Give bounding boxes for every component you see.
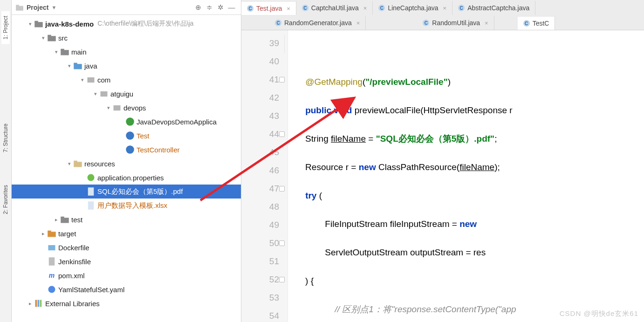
class-icon [125, 117, 135, 126]
tree-label: main [71, 48, 87, 56]
tree-label: pom.xml [58, 272, 85, 280]
file-icon [86, 201, 96, 210]
svg-rect-20 [88, 201, 94, 210]
line-number: 50 [241, 234, 279, 252]
tree-docker[interactable]: Dockerfile [12, 240, 241, 254]
folder-icon [34, 19, 43, 28]
svg-rect-16 [74, 162, 82, 167]
close-icon[interactable]: × [443, 5, 447, 12]
hide-icon[interactable]: — [226, 2, 237, 13]
tab-randomutil[interactable]: CRandomUtil.java× [417, 16, 494, 30]
package-icon [99, 89, 109, 98]
chevron-down-icon[interactable]: ▼ [51, 5, 56, 10]
svg-rect-17 [74, 161, 77, 163]
svg-rect-3 [34, 21, 38, 23]
class-icon: C [247, 5, 253, 12]
tree-main[interactable]: ▾main [12, 45, 241, 59]
tree-devops[interactable]: ▾devops [12, 101, 241, 115]
expand-icon[interactable]: ≑ [204, 2, 215, 13]
svg-point-13 [126, 117, 134, 126]
side-tab-structure[interactable]: 7: Structure [1, 119, 10, 157]
svg-rect-30 [40, 300, 42, 307]
svg-rect-9 [74, 63, 77, 65]
tree-external[interactable]: ▸External Libraries [12, 296, 241, 310]
side-tab-favorites[interactable]: 2: Favorites [1, 180, 10, 219]
tab-label: TestC [533, 20, 549, 27]
tree-label: JavaDevopsDemoApplica [137, 118, 217, 126]
tab-abstractcaptcha[interactable]: CAbstractCaptcha.java [452, 1, 535, 15]
close-icon[interactable]: × [287, 5, 290, 12]
tree-src[interactable]: ▾src [12, 31, 241, 45]
side-tab-project[interactable]: 1: Project [1, 11, 10, 44]
project-icon [15, 3, 24, 12]
tab-test[interactable]: CTest.java× [241, 1, 296, 15]
svg-rect-5 [48, 35, 51, 37]
tree-resources[interactable]: ▾resources [12, 157, 241, 171]
line-number: 44 [241, 125, 279, 143]
tree-label: test [71, 216, 82, 224]
line-number: 39 [241, 34, 279, 52]
tree-root[interactable]: ▾java-k8s-demoC:\otherfile\编程\后端开发\作品\ja [12, 17, 241, 31]
maven-icon: m [47, 271, 56, 280]
tree-com[interactable]: ▾com [12, 73, 241, 87]
code-editor[interactable]: @GetMapping("/previewLocalFile") public … [288, 30, 644, 322]
line-number: 43 [241, 107, 279, 125]
tree-yaml[interactable]: YamlStatefulSet.yaml [12, 282, 241, 296]
project-header: Project ▼ ⊕ ≑ ✲ — [12, 0, 241, 15]
line-number: 52 [241, 270, 279, 288]
resources-icon [73, 159, 82, 168]
tree-appprops[interactable]: application.properties [12, 171, 241, 185]
project-tree[interactable]: ▾java-k8s-demoC:\otherfile\编程\后端开发\作品\ja… [12, 15, 241, 322]
close-icon[interactable]: × [363, 5, 367, 12]
close-icon[interactable]: × [356, 20, 360, 27]
class-icon: C [458, 5, 465, 11]
svg-rect-6 [61, 50, 69, 55]
tree-pom[interactable]: mpom.xml [12, 268, 241, 282]
tree-label: atguigu [110, 90, 133, 98]
tab-label: Test.java [256, 5, 282, 12]
package-icon [112, 103, 122, 112]
line-number: 54 [241, 307, 279, 322]
gear-icon[interactable]: ✲ [215, 2, 226, 13]
class-icon: C [275, 20, 281, 26]
tree-jenkins[interactable]: Jenkinsfile [12, 254, 241, 268]
tree-xlsx[interactable]: 用户数据导入模板.xlsx [12, 199, 241, 212]
editor-area: CTest.java× CCaptchaUtil.java× CLineCapt… [241, 0, 644, 322]
line-number: 53 [241, 288, 279, 307]
tree-test-class[interactable]: Test [12, 129, 241, 143]
tree-atguigu[interactable]: ▾atguigu [12, 87, 241, 101]
line-number: 40 [241, 52, 279, 70]
svg-rect-21 [61, 218, 69, 223]
tree-testdir[interactable]: ▸test [12, 212, 241, 226]
tree-java[interactable]: ▾java [12, 59, 241, 73]
class-icon [125, 131, 135, 140]
tool-window-bar: 1: Project 7: Structure 2: Favorites [0, 0, 12, 322]
props-icon [86, 173, 96, 182]
line-number: 42 [241, 89, 279, 107]
docker-icon [47, 243, 56, 252]
close-icon[interactable]: × [485, 20, 488, 27]
libraries-icon [34, 299, 43, 308]
class-icon: C [378, 5, 385, 11]
folder-icon [60, 215, 69, 224]
code-area: 39 40 41 42 43 44 45 46 47 48 49 50 51 5… [241, 30, 644, 322]
project-panel: Project ▼ ⊕ ≑ ✲ — ▾java-k8s-demoC:\other… [12, 0, 241, 322]
locate-icon[interactable]: ⊕ [192, 2, 204, 13]
tab-label: LineCaptcha.java [388, 4, 438, 12]
tree-target[interactable]: ▸target [12, 226, 241, 240]
line-gutter: 39 40 41 42 43 44 45 46 47 48 49 50 51 5… [241, 30, 288, 322]
tree-testcontroller[interactable]: TestController [12, 143, 241, 157]
editor-tabs: CTest.java× CCaptchaUtil.java× CLineCapt… [241, 0, 644, 30]
tab-captchautil[interactable]: CCaptchaUtil.java× [296, 1, 373, 15]
tab-testcontroller[interactable]: CTestC [518, 16, 555, 30]
svg-point-18 [88, 174, 95, 181]
tree-app-class[interactable]: JavaDevopsDemoApplica [12, 115, 241, 129]
line-number: 48 [241, 198, 279, 216]
tree-pdf[interactable]: SQL必知必会（第5版）.pdf [12, 185, 241, 199]
class-icon: C [302, 5, 308, 11]
tab-randomgenerator[interactable]: CRandomGenerator.java× [269, 16, 366, 30]
svg-point-14 [126, 131, 134, 140]
tab-linecaptcha[interactable]: CLineCaptcha.java× [373, 1, 452, 15]
svg-rect-7 [61, 49, 64, 51]
class-icon: C [423, 20, 429, 26]
